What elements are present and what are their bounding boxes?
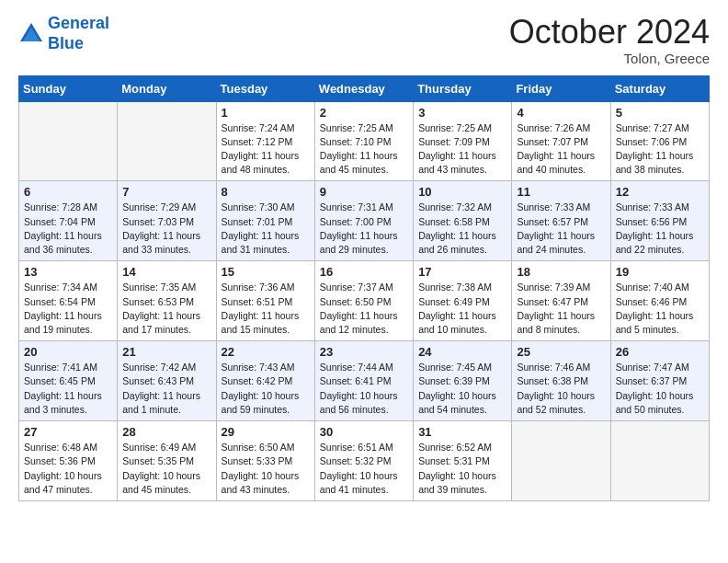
weekday-header-cell: Wednesday	[314, 75, 413, 101]
day-info: Sunrise: 6:48 AMSunset: 5:36 PMDaylight:…	[24, 441, 112, 497]
day-number: 18	[517, 265, 605, 279]
calendar-cell: 6Sunrise: 7:28 AMSunset: 7:04 PMDaylight…	[19, 181, 118, 261]
weekday-header-cell: Friday	[512, 75, 610, 101]
day-number: 1	[222, 106, 310, 120]
calendar-cell: 21Sunrise: 7:42 AMSunset: 6:43 PMDayligh…	[118, 341, 216, 421]
calendar-cell: 5Sunrise: 7:27 AMSunset: 7:06 PMDaylight…	[610, 101, 709, 181]
calendar-cell: 14Sunrise: 7:35 AMSunset: 6:53 PMDayligh…	[118, 261, 216, 341]
day-number: 9	[320, 185, 408, 199]
day-info: Sunrise: 7:35 AMSunset: 6:53 PMDaylight:…	[122, 281, 210, 337]
header: General Blue October 2024 Tolon, Greece	[18, 14, 710, 66]
calendar-cell: 13Sunrise: 7:34 AMSunset: 6:54 PMDayligh…	[19, 261, 118, 341]
day-number: 31	[418, 425, 506, 439]
day-info: Sunrise: 7:24 AMSunset: 7:12 PMDaylight:…	[222, 121, 310, 178]
day-number: 29	[222, 425, 310, 439]
day-info: Sunrise: 7:40 AMSunset: 6:46 PMDaylight:…	[616, 281, 704, 337]
day-number: 30	[320, 425, 408, 439]
day-info: Sunrise: 7:33 AMSunset: 6:57 PMDaylight:…	[517, 201, 605, 257]
day-info: Sunrise: 7:43 AMSunset: 6:42 PMDaylight:…	[222, 361, 310, 417]
weekday-header-cell: Sunday	[19, 75, 118, 101]
calendar-cell: 29Sunrise: 6:50 AMSunset: 5:33 PMDayligh…	[216, 421, 314, 501]
calendar-cell: 2Sunrise: 7:25 AMSunset: 7:10 PMDaylight…	[314, 101, 413, 181]
day-number: 3	[418, 106, 506, 120]
day-number: 10	[418, 185, 506, 199]
logo: General Blue	[18, 14, 109, 53]
day-info: Sunrise: 7:47 AMSunset: 6:37 PMDaylight:…	[616, 361, 704, 417]
calendar-cell: 8Sunrise: 7:30 AMSunset: 7:01 PMDaylight…	[216, 181, 314, 261]
logo-text: General Blue	[48, 14, 109, 53]
day-number: 24	[418, 345, 506, 359]
calendar-table: SundayMondayTuesdayWednesdayThursdayFrid…	[18, 75, 710, 501]
day-number: 2	[320, 106, 408, 120]
weekday-header-cell: Monday	[118, 75, 216, 101]
logo-general: General	[48, 14, 109, 32]
calendar-cell	[118, 101, 216, 181]
weekday-header-cell: Tuesday	[216, 75, 314, 101]
logo-blue: Blue	[48, 34, 84, 52]
day-info: Sunrise: 7:26 AMSunset: 7:07 PMDaylight:…	[517, 121, 605, 178]
day-info: Sunrise: 7:34 AMSunset: 6:54 PMDaylight:…	[24, 281, 112, 337]
calendar-cell: 3Sunrise: 7:25 AMSunset: 7:09 PMDaylight…	[414, 101, 512, 181]
day-info: Sunrise: 7:41 AMSunset: 6:45 PMDaylight:…	[24, 361, 112, 417]
day-info: Sunrise: 7:27 AMSunset: 7:06 PMDaylight:…	[616, 121, 704, 178]
subtitle: Tolon, Greece	[509, 51, 710, 66]
day-number: 5	[616, 106, 704, 120]
day-info: Sunrise: 7:42 AMSunset: 6:43 PMDaylight:…	[122, 361, 210, 417]
day-info: Sunrise: 6:52 AMSunset: 5:31 PMDaylight:…	[418, 441, 506, 497]
day-info: Sunrise: 7:37 AMSunset: 6:50 PMDaylight:…	[320, 281, 408, 337]
page: General Blue October 2024 Tolon, Greece …	[0, 0, 728, 520]
title-area: October 2024 Tolon, Greece	[509, 14, 710, 66]
day-number: 22	[222, 345, 310, 359]
calendar-cell	[19, 101, 118, 181]
calendar-cell: 26Sunrise: 7:47 AMSunset: 6:37 PMDayligh…	[610, 341, 709, 421]
day-number: 17	[418, 265, 506, 279]
day-number: 19	[616, 265, 704, 279]
day-number: 16	[320, 265, 408, 279]
calendar-cell: 16Sunrise: 7:37 AMSunset: 6:50 PMDayligh…	[314, 261, 413, 341]
calendar-cell: 15Sunrise: 7:36 AMSunset: 6:51 PMDayligh…	[216, 261, 314, 341]
calendar-cell: 1Sunrise: 7:24 AMSunset: 7:12 PMDaylight…	[216, 101, 314, 181]
calendar-cell: 9Sunrise: 7:31 AMSunset: 7:00 PMDaylight…	[314, 181, 413, 261]
day-number: 14	[122, 265, 210, 279]
calendar-cell: 18Sunrise: 7:39 AMSunset: 6:47 PMDayligh…	[512, 261, 610, 341]
day-info: Sunrise: 6:51 AMSunset: 5:32 PMDaylight:…	[320, 441, 408, 497]
day-number: 4	[517, 106, 605, 120]
day-number: 20	[24, 345, 112, 359]
calendar-cell	[610, 421, 709, 501]
day-info: Sunrise: 7:30 AMSunset: 7:01 PMDaylight:…	[222, 201, 310, 257]
weekday-header-cell: Thursday	[414, 75, 512, 101]
calendar-week: 1Sunrise: 7:24 AMSunset: 7:12 PMDaylight…	[19, 101, 710, 181]
weekday-header-cell: Saturday	[610, 75, 709, 101]
day-info: Sunrise: 7:29 AMSunset: 7:03 PMDaylight:…	[122, 201, 210, 257]
day-number: 27	[24, 425, 112, 439]
day-info: Sunrise: 7:32 AMSunset: 6:58 PMDaylight:…	[418, 201, 506, 257]
day-info: Sunrise: 7:36 AMSunset: 6:51 PMDaylight:…	[222, 281, 310, 337]
day-number: 13	[24, 265, 112, 279]
day-info: Sunrise: 7:46 AMSunset: 6:38 PMDaylight:…	[517, 361, 605, 417]
day-number: 8	[222, 185, 310, 199]
day-info: Sunrise: 7:44 AMSunset: 6:41 PMDaylight:…	[320, 361, 408, 417]
day-info: Sunrise: 6:50 AMSunset: 5:33 PMDaylight:…	[222, 441, 310, 497]
calendar-cell: 11Sunrise: 7:33 AMSunset: 6:57 PMDayligh…	[512, 181, 610, 261]
calendar-cell: 24Sunrise: 7:45 AMSunset: 6:39 PMDayligh…	[414, 341, 512, 421]
calendar-cell: 22Sunrise: 7:43 AMSunset: 6:42 PMDayligh…	[216, 341, 314, 421]
calendar-cell: 4Sunrise: 7:26 AMSunset: 7:07 PMDaylight…	[512, 101, 610, 181]
day-number: 6	[24, 185, 112, 199]
day-number: 21	[122, 345, 210, 359]
calendar-cell: 28Sunrise: 6:49 AMSunset: 5:35 PMDayligh…	[118, 421, 216, 501]
calendar-cell: 19Sunrise: 7:40 AMSunset: 6:46 PMDayligh…	[610, 261, 709, 341]
day-number: 26	[616, 345, 704, 359]
calendar-cell: 30Sunrise: 6:51 AMSunset: 5:32 PMDayligh…	[314, 421, 413, 501]
day-number: 11	[517, 185, 605, 199]
calendar-cell: 23Sunrise: 7:44 AMSunset: 6:41 PMDayligh…	[314, 341, 413, 421]
calendar-cell: 12Sunrise: 7:33 AMSunset: 6:56 PMDayligh…	[610, 181, 709, 261]
day-info: Sunrise: 7:25 AMSunset: 7:09 PMDaylight:…	[418, 121, 506, 178]
calendar-cell: 20Sunrise: 7:41 AMSunset: 6:45 PMDayligh…	[19, 341, 118, 421]
calendar-week: 27Sunrise: 6:48 AMSunset: 5:36 PMDayligh…	[19, 421, 710, 501]
calendar-cell: 7Sunrise: 7:29 AMSunset: 7:03 PMDaylight…	[118, 181, 216, 261]
day-info: Sunrise: 7:33 AMSunset: 6:56 PMDaylight:…	[616, 201, 704, 257]
month-title: October 2024	[509, 14, 710, 51]
day-number: 7	[122, 185, 210, 199]
day-number: 23	[320, 345, 408, 359]
day-number: 15	[222, 265, 310, 279]
